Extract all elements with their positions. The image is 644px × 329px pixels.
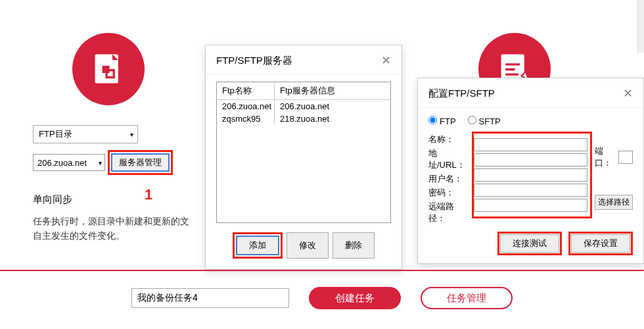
radio-sftp[interactable]: SFTP bbox=[468, 116, 501, 126]
radio-ftp[interactable]: FTP bbox=[428, 116, 456, 126]
save-settings-button[interactable]: 保存设置 bbox=[571, 234, 630, 253]
close-icon[interactable]: ✕ bbox=[623, 86, 633, 101]
task-manage-button[interactable]: 任务管理 bbox=[421, 287, 513, 309]
user-input[interactable] bbox=[474, 168, 587, 182]
close-icon[interactable]: ✕ bbox=[381, 53, 391, 68]
chevron-down-icon: ▾ bbox=[99, 159, 102, 166]
delete-button[interactable]: 删除 bbox=[333, 232, 375, 259]
annotation-box-1: 服务器管理 bbox=[108, 150, 173, 175]
label-pass: 密码： bbox=[428, 187, 469, 199]
edit-button[interactable]: 修改 bbox=[287, 232, 329, 259]
sync-description: 任务执行时，源目录中新建和更新的文 自主发生的文件变化。 bbox=[33, 214, 204, 243]
remote-path-input[interactable] bbox=[474, 199, 587, 212]
dialog1-title: FTP/SFTP服务器 bbox=[216, 55, 292, 67]
col-ftp-name: Ftp名称 bbox=[217, 82, 275, 99]
label-name: 名称： bbox=[428, 134, 469, 145]
label-remote: 远端路径： bbox=[428, 201, 469, 224]
port-input[interactable] bbox=[618, 151, 633, 164]
name-input[interactable] bbox=[474, 138, 587, 151]
create-task-button[interactable]: 创建任务 bbox=[309, 287, 401, 309]
col-ftp-info: Ftp服务器信息 bbox=[275, 82, 390, 99]
annotation-box-3 bbox=[472, 132, 592, 218]
ftp-source-icon bbox=[72, 33, 145, 105]
ftp-server-dialog: FTP/SFTP服务器 ✕ Ftp名称 Ftp服务器信息 206.zuoa.ne… bbox=[205, 45, 402, 270]
annotation-box-5: 保存设置 bbox=[568, 232, 633, 255]
label-url: 地址/URL： bbox=[428, 147, 469, 171]
choose-path-button[interactable]: 选择路径 bbox=[595, 195, 633, 210]
ftp-dir-dropdown[interactable]: FTP目录 ▾ bbox=[33, 125, 138, 143]
divider bbox=[0, 270, 644, 271]
config-ftp-dialog: 配置FTP/SFTP ✕ FTP SFTP 名称： 地址/URL： 用户名： 密… bbox=[417, 78, 644, 264]
add-button[interactable]: 添加 bbox=[236, 236, 279, 255]
ftp-dir-label: FTP目录 bbox=[39, 128, 72, 140]
task-name-input[interactable] bbox=[131, 288, 289, 308]
annotation-1: 1 bbox=[145, 186, 152, 203]
chevron-down-icon: ▾ bbox=[130, 131, 133, 138]
label-port: 端口： bbox=[595, 145, 612, 169]
server-select-dropdown[interactable]: 206.zuoa.net ▾ bbox=[33, 154, 105, 171]
label-user: 用户名： bbox=[428, 173, 469, 185]
password-input[interactable] bbox=[474, 184, 587, 197]
annotation-box-4: 连接测试 bbox=[497, 232, 562, 255]
url-input[interactable] bbox=[474, 153, 587, 166]
table-row[interactable]: 206.zuoa.net 206.zuoa.net bbox=[217, 100, 390, 113]
annotation-box-2: 添加 bbox=[233, 232, 283, 259]
server-selected: 206.zuoa.net bbox=[37, 158, 87, 168]
dialog2-title: 配置FTP/SFTP bbox=[428, 88, 495, 100]
table-row[interactable]: zqsmck95 218.zuoa.net bbox=[217, 113, 390, 125]
sync-mode-label: 单向同步 bbox=[33, 193, 204, 206]
server-table: Ftp名称 Ftp服务器信息 206.zuoa.net 206.zuoa.net… bbox=[216, 82, 391, 223]
test-connection-button[interactable]: 连接测试 bbox=[500, 234, 559, 253]
server-manage-button[interactable]: 服务器管理 bbox=[111, 153, 170, 172]
